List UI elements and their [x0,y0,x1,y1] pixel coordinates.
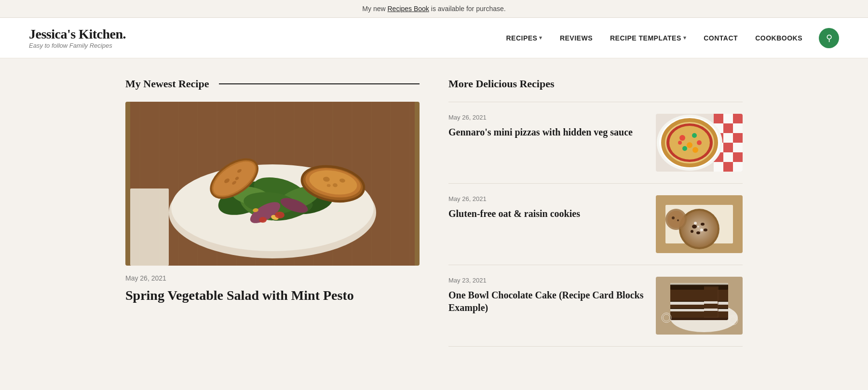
salad-image-svg [125,102,420,266]
recipe-card-2-image[interactable] [656,195,743,253]
search-icon: ⚲ [826,33,832,43]
svg-rect-52 [723,152,733,162]
svg-point-83 [697,226,699,228]
featured-recipe-image[interactable] [125,102,420,266]
nav-item-reviews[interactable]: REVIEWS [553,30,599,46]
newest-recipe-header: My Newest Recipe [125,78,420,90]
svg-rect-96 [670,302,728,305]
newest-recipe-section: My Newest Recipe [125,78,420,347]
svg-rect-97 [670,309,728,311]
recipe-card-3-image[interactable] [656,277,743,335]
svg-point-85 [667,211,685,228]
more-recipes-title: More Delicious Recipes [448,78,743,90]
site-header: Jessica's Kitchen. Easy to follow Family… [0,18,868,58]
svg-rect-49 [723,143,733,152]
svg-point-76 [692,225,697,229]
svg-rect-39 [714,114,723,123]
recipe-card-3-title[interactable]: One Bowl Chocolate Cake (Recipe Card Blo… [448,289,646,314]
svg-point-78 [696,231,700,234]
svg-point-82 [700,229,703,231]
svg-point-63 [692,133,697,138]
recipe-card-2-title[interactable]: Gluten-free oat & raisin cookies [448,207,646,220]
recipe-card-1-date: May 26, 2021 [448,114,646,121]
svg-rect-50 [733,143,743,152]
nav-item-recipes[interactable]: RECIPES ▾ [499,30,549,46]
featured-recipe-name[interactable]: Spring Vegetable Salad with Mint Pesto [125,287,420,304]
svg-rect-54 [714,162,723,172]
logo-subtitle: Easy to follow Family Recipes [29,42,126,49]
recipe-card-1: May 26, 2021 Gennaro's mini pizzas with … [448,102,743,184]
recipe-card-3-date: May 23, 2021 [448,277,646,284]
nav-item-recipe-templates[interactable]: RECIPE TEMPLATES ▾ [603,30,693,46]
svg-rect-5 [130,188,169,266]
svg-point-80 [704,229,707,231]
chevron-down-icon: ▾ [539,35,542,41]
svg-rect-53 [733,152,743,162]
recipe-card-1-image[interactable] [656,114,743,172]
recipe-card-2-info: May 26, 2021 Gluten-free oat & raisin co… [448,195,646,220]
recipe-card-3-info: May 23, 2021 One Bowl Chocolate Cake (Re… [448,277,646,314]
more-recipes-section: More Delicious Recipes May 26, 2021 Genn… [448,78,743,347]
nav-label-cookbooks: COOKBOOKS [755,34,802,42]
svg-point-64 [687,142,692,148]
svg-rect-47 [733,133,743,143]
svg-point-81 [694,222,697,225]
svg-marker-101 [704,309,718,311]
svg-rect-40 [723,114,733,123]
featured-recipe-date: May 26, 2021 [125,274,420,282]
svg-point-79 [691,230,693,233]
main-nav: RECIPES ▾ REVIEWS RECIPE TEMPLATES ▾ CON… [499,28,839,48]
announcement-text-before: My new [362,5,387,13]
svg-rect-106 [670,283,728,285]
title-divider [219,83,420,84]
svg-point-86 [672,216,675,219]
svg-point-62 [679,135,685,141]
announcement-bar: My new Recipes Book is available for pur… [0,0,868,18]
svg-point-66 [682,146,687,151]
main-content: My Newest Recipe [96,58,772,366]
recipe-card-1-info: May 26, 2021 Gennaro's mini pizzas with … [448,114,646,138]
svg-point-35 [275,212,285,218]
svg-rect-46 [723,133,733,143]
svg-rect-44 [733,123,743,133]
recipe-card-2-date: May 26, 2021 [448,195,646,202]
chevron-down-icon-2: ▾ [683,35,687,41]
svg-point-36 [259,217,267,223]
svg-rect-55 [723,162,733,172]
svg-point-67 [692,147,698,153]
nav-item-cookbooks[interactable]: COOKBOOKS [748,30,809,46]
svg-point-77 [701,223,705,226]
svg-point-65 [697,140,702,145]
svg-rect-41 [733,114,743,123]
recipe-card-2: May 26, 2021 Gluten-free oat & raisin co… [448,184,743,265]
newest-recipe-title: My Newest Recipe [125,78,209,90]
svg-marker-100 [704,301,718,304]
svg-point-87 [677,219,679,221]
announcement-text-after: is available for purchase. [431,5,506,13]
logo-title: Jessica's Kitchen. [29,27,126,42]
nav-label-contact: CONTACT [704,34,738,42]
recipe-card-1-title[interactable]: Gennaro's mini pizzas with hidden veg sa… [448,126,646,138]
nav-label-recipe-templates: RECIPE TEMPLATES [610,34,681,42]
svg-rect-56 [733,162,743,172]
nav-label-recipes: RECIPES [506,34,537,42]
nav-label-reviews: REVIEWS [560,34,593,42]
svg-point-68 [678,141,682,145]
announcement-link[interactable]: Recipes Book [387,5,429,13]
svg-rect-43 [723,123,733,133]
site-logo[interactable]: Jessica's Kitchen. Easy to follow Family… [29,27,126,49]
svg-point-75 [681,211,718,247]
nav-item-contact[interactable]: CONTACT [697,30,745,46]
recipe-card-3: May 23, 2021 One Bowl Chocolate Cake (Re… [448,265,743,347]
search-button[interactable]: ⚲ [819,28,839,48]
